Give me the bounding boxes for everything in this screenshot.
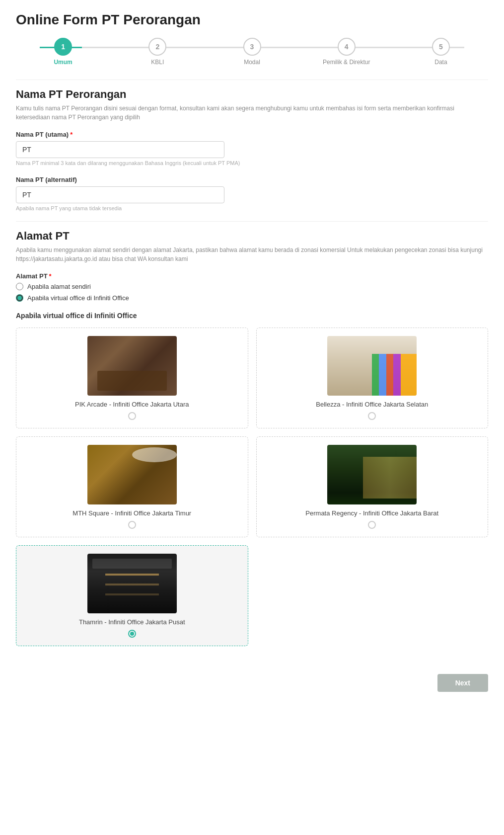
office-name-thamrin: Thamrin - Infiniti Office Jakarta Pusat <box>79 618 185 626</box>
step-1[interactable]: 1 Umum <box>16 38 110 66</box>
radio-sendiri[interactable] <box>16 283 23 290</box>
required-marker-alamat: * <box>49 272 52 280</box>
office-img-pik <box>87 336 177 396</box>
section-name-title: Nama PT Perorangan <box>16 88 488 101</box>
step-2-label: KBLI <box>151 59 164 66</box>
radio-virtual[interactable] <box>16 294 23 302</box>
next-button[interactable]: Next <box>437 674 488 692</box>
step-3[interactable]: 3 Modal <box>205 38 299 66</box>
step-5-circle: 5 <box>432 38 450 56</box>
radio-sendiri-label: Apabila alamat sendiri <box>27 283 91 290</box>
office-card-thamrin[interactable]: Thamrin - Infiniti Office Jakarta Pusat <box>16 545 248 646</box>
alamat-radio-group: Apabila alamat sendiri Apabila virtual o… <box>16 283 488 302</box>
step-1-circle: 1 <box>54 38 72 56</box>
field-nama-alternatif-label: Nama PT (alternatif) <box>16 176 488 183</box>
field-alamat-label: Alamat PT* <box>16 272 488 280</box>
alamat-option-virtual[interactable]: Apabila virtual office di Infiniti Offic… <box>16 294 488 302</box>
virtual-office-section: Apabila virtual office di Infiniti Offic… <box>16 312 488 646</box>
field-alamat-group: Alamat PT* Apabila alamat sendiri Apabil… <box>16 272 488 302</box>
step-2[interactable]: 2 KBLI <box>110 38 205 66</box>
step-5-label: Data <box>434 59 447 66</box>
radio-virtual-label: Apabila virtual office di Infiniti Offic… <box>27 294 129 302</box>
office-name-mth: MTH Square - Infiniti Office Jakarta Tim… <box>72 509 191 517</box>
required-marker-utama: * <box>70 131 72 138</box>
section-name-desc: Kamu tulis nama PT Perorangan disini ses… <box>16 104 488 122</box>
virtual-office-title: Apabila virtual office di Infiniti Offic… <box>16 312 488 320</box>
field-nama-utama-label: Nama PT (utama)* <box>16 131 488 138</box>
office-img-bellezza <box>327 336 417 396</box>
bottom-bar: Next <box>16 666 488 692</box>
nama-alternatif-hint: Apabila nama PT yang utama tidak tersedi… <box>16 205 488 211</box>
step-1-label: Umum <box>54 59 72 66</box>
step-4[interactable]: 4 Pemilik & Direktur <box>299 38 394 66</box>
step-2-circle: 2 <box>148 38 166 56</box>
step-5[interactable]: 5 Data <box>394 38 488 66</box>
office-card-pik[interactable]: PIK Arcade - Infiniti Office Jakarta Uta… <box>16 328 248 428</box>
alamat-option-sendiri[interactable]: Apabila alamat sendiri <box>16 283 488 290</box>
page-title: Online Form PT Perorangan <box>16 12 488 28</box>
office-name-pik: PIK Arcade - Infiniti Office Jakarta Uta… <box>75 401 189 408</box>
nama-utama-input[interactable] <box>16 141 224 158</box>
office-card-bellezza[interactable]: Bellezza - Infiniti Office Jakarta Selat… <box>256 328 489 428</box>
office-radio-bellezza[interactable] <box>368 412 376 420</box>
office-radio-mth[interactable] <box>128 521 136 529</box>
office-name-bellezza: Bellezza - Infiniti Office Jakarta Selat… <box>316 401 428 408</box>
field-nama-utama-group: Nama PT (utama)* Nama PT minimal 3 kata … <box>16 131 488 166</box>
section-alamat-desc: Apabila kamu menggunakan alamat sendiri … <box>16 246 488 263</box>
section-alamat-title: Alamat PT <box>16 230 488 243</box>
office-row-1: PIK Arcade - Infiniti Office Jakarta Uta… <box>16 328 488 428</box>
step-3-circle: 3 <box>243 38 261 56</box>
office-radio-thamrin[interactable] <box>128 630 136 638</box>
office-img-mth <box>87 445 177 504</box>
step-4-label: Pemilik & Direktur <box>323 59 370 66</box>
nama-utama-hint: Nama PT minimal 3 kata dan dilarang meng… <box>16 160 488 166</box>
office-card-mth[interactable]: MTH Square - Infiniti Office Jakarta Tim… <box>16 436 248 537</box>
office-radio-permata[interactable] <box>368 521 376 529</box>
office-name-permata: Permata Regency - Infiniti Office Jakart… <box>305 509 438 517</box>
office-card-permata[interactable]: Permata Regency - Infiniti Office Jakart… <box>256 436 489 537</box>
divider-1 <box>16 80 488 80</box>
divider-2 <box>16 221 488 222</box>
nama-alternatif-input[interactable] <box>16 186 224 203</box>
office-row-3: Thamrin - Infiniti Office Jakarta Pusat <box>16 545 488 646</box>
office-radio-pik[interactable] <box>128 412 136 420</box>
office-row-2: MTH Square - Infiniti Office Jakarta Tim… <box>16 436 488 537</box>
office-img-permata <box>327 445 417 504</box>
step-4-circle: 4 <box>338 38 356 56</box>
progress-bar: 1 Umum 2 KBLI 3 Modal 4 Pemilik & Direkt… <box>16 38 488 66</box>
step-3-label: Modal <box>244 59 260 66</box>
office-img-thamrin <box>87 554 177 613</box>
field-nama-alternatif-group: Nama PT (alternatif) Apabila nama PT yan… <box>16 176 488 211</box>
